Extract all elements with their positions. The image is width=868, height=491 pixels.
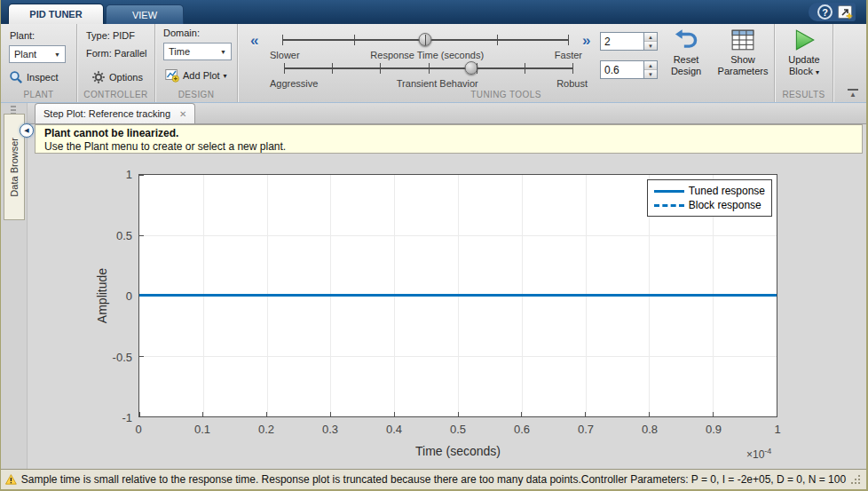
controller-type-row: Type: PIDF xyxy=(86,30,135,41)
ribbon-section-controller: Type: PIDF Form: Parallel Options xyxy=(77,24,155,102)
series-line-tuned-response xyxy=(139,294,777,297)
legend-entry: Block response xyxy=(654,198,765,212)
warning-title: Plant cannot be linearized. xyxy=(44,127,853,140)
domain-dropdown[interactable]: Time ▼ xyxy=(163,43,232,60)
form-label: Form: xyxy=(86,48,112,59)
plant-dropdown[interactable]: Plant ▼ xyxy=(9,45,66,63)
slider-tick xyxy=(282,35,283,45)
response-time-input[interactable] xyxy=(600,32,644,51)
x-tick-mark xyxy=(713,412,714,416)
x-tick-mark xyxy=(521,412,522,416)
update-block-label: Update Block ▾ xyxy=(778,54,830,78)
options-label: Options xyxy=(109,72,143,83)
add-plot-button[interactable]: Add Plot ▾ xyxy=(162,67,231,84)
help-icon[interactable]: ? xyxy=(817,4,832,20)
show-parameters-label: Show Parameters xyxy=(714,54,772,77)
plant-section-label: PLANT xyxy=(1,89,76,101)
step-plot-tab-title: Step Plot: Reference tracking xyxy=(43,108,170,119)
x-tick-mark xyxy=(585,412,586,416)
x-tick-mark xyxy=(394,412,395,416)
update-block-button[interactable]: Update Block ▾ xyxy=(776,28,832,84)
spinner-buttons: ▲ ▼ xyxy=(644,32,658,51)
y-tick-label: 0 xyxy=(126,289,132,303)
titlebar-icon-group: ? xyxy=(809,3,856,21)
chart-area: Tuned responseBlock response 10.50-0.5-1… xyxy=(28,154,866,469)
x-tick-label: 0.5 xyxy=(450,423,466,436)
x-tick-label: 0.6 xyxy=(514,423,530,436)
collapse-panel-button[interactable]: ◀ xyxy=(20,123,34,138)
slider-tick xyxy=(354,35,355,45)
x-tick-label: 0.1 xyxy=(194,423,210,436)
x-axis-title: Time (seconds) xyxy=(415,444,501,458)
minimize-ribbon-button[interactable]: ▲ xyxy=(844,87,862,99)
inspect-button[interactable]: Inspect xyxy=(5,68,61,86)
warning-banner: Plant cannot be linearized. Use the Plan… xyxy=(35,124,863,154)
y-tick-mark xyxy=(139,356,144,357)
tab-view[interactable]: VIEW xyxy=(106,4,184,24)
reset-design-button[interactable]: Reset Design xyxy=(658,28,714,84)
reset-icon xyxy=(674,28,698,52)
response-time-slider[interactable] xyxy=(282,31,568,49)
options-button[interactable]: Options xyxy=(88,68,146,86)
caret-down-icon: ▼ xyxy=(220,49,226,55)
collapse-up-icon: ▲ xyxy=(849,91,856,98)
form-value: Parallel xyxy=(114,48,147,59)
y-tick-label: 1 xyxy=(126,168,132,181)
x-tick-mark xyxy=(649,412,650,416)
table-icon xyxy=(730,28,755,52)
caret-down-icon: ▼ xyxy=(54,51,60,58)
data-browser-label: Data Browser xyxy=(9,138,20,197)
slider-tick xyxy=(525,63,525,74)
plot-legend[interactable]: Tuned responseBlock response xyxy=(647,179,772,217)
resize-grip[interactable] xyxy=(851,473,862,486)
warning-icon xyxy=(5,473,17,486)
inspect-label: Inspect xyxy=(27,72,58,83)
transient-behavior-input[interactable] xyxy=(600,60,644,79)
tuning-tools-section-label: TUNING TOOLS xyxy=(238,89,774,101)
y-tick-label: 0.5 xyxy=(116,228,132,242)
spin-down-icon[interactable]: ▼ xyxy=(644,69,657,78)
status-bar: Sample time is small relative to the res… xyxy=(1,469,866,489)
caret-down-icon: ▾ xyxy=(224,72,227,80)
y-tick-mark xyxy=(139,235,144,236)
plot-area[interactable]: Tuned responseBlock response xyxy=(138,174,777,417)
faster-step-button[interactable]: » xyxy=(582,33,590,48)
add-plot-icon xyxy=(165,68,179,83)
warning-message: Use the Plant menu to create or select a… xyxy=(44,140,853,153)
magnifier-icon xyxy=(9,70,23,84)
legend-line-sample xyxy=(654,190,684,193)
tab-pid-tuner[interactable]: PID TUNER xyxy=(8,4,104,24)
transient-behavior-spinner: ▲ ▼ xyxy=(600,60,658,79)
legend-series-name: Block response xyxy=(689,199,761,211)
spin-up-icon[interactable]: ▲ xyxy=(644,61,657,69)
close-icon[interactable]: ✕ xyxy=(179,109,186,119)
y-tick-label: -0.5 xyxy=(113,350,132,363)
popout-icon[interactable] xyxy=(838,5,852,19)
ribbon-right-spacer: ▲ xyxy=(833,24,868,102)
x-tick-label: 0.4 xyxy=(386,423,402,436)
pid-tuner-window: PID TUNER VIEW ? Plant: Plant ▼ xyxy=(0,0,868,491)
plant-dropdown-value: Plant xyxy=(14,49,36,59)
slider-left-label: Aggressive xyxy=(270,78,318,89)
slider-tick xyxy=(572,63,573,74)
reset-design-label: Reset Design xyxy=(660,54,712,77)
spin-up-icon[interactable]: ▲ xyxy=(644,33,657,41)
popout-arrow-glyph xyxy=(839,6,853,20)
step-plot-tab[interactable]: Step Plot: Reference tracking ✕ xyxy=(35,103,195,123)
document-tab-bar: Step Plot: Reference tracking ✕ xyxy=(28,103,866,124)
show-parameters-button[interactable]: Show Parameters xyxy=(712,28,774,84)
slower-step-button[interactable]: « xyxy=(250,33,258,48)
x-tick-mark xyxy=(266,412,267,416)
ribbon: Plant: Plant ▼ Inspect PLANT Type: PIDF … xyxy=(1,24,868,103)
response-time-spinner: ▲ ▼ xyxy=(600,32,658,51)
gridline-horizontal xyxy=(139,235,777,236)
y-tick-mark xyxy=(139,175,144,176)
slider-tick xyxy=(568,35,569,45)
domain-dropdown-value: Time xyxy=(169,46,190,57)
spin-down-icon[interactable]: ▼ xyxy=(644,41,657,50)
x-tick-mark xyxy=(202,412,203,416)
status-message: Sample time is small relative to the res… xyxy=(21,473,581,486)
transient-behavior-slider[interactable] xyxy=(284,59,572,77)
x-tick-mark xyxy=(330,412,331,416)
x-axis-scale-label: ×10-4 xyxy=(746,447,771,461)
